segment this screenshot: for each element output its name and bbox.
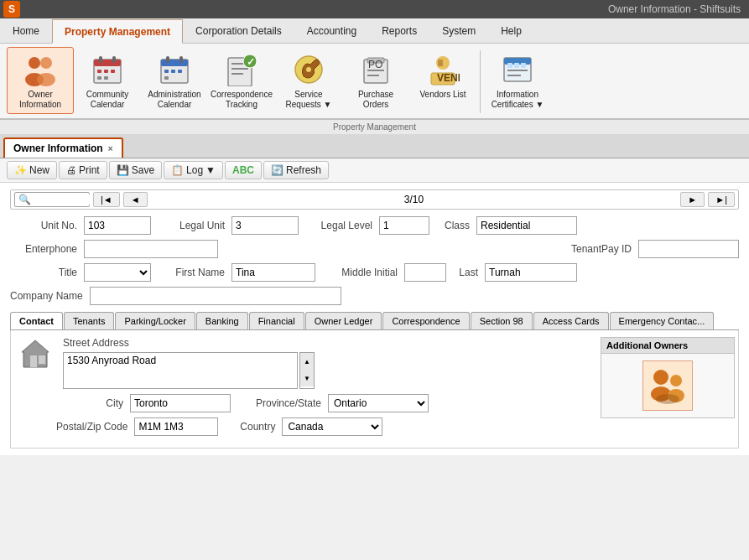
middle-initial-label: Middle Initial — [322, 267, 398, 278]
menu-system[interactable]: System — [429, 18, 488, 43]
company-name-label: Company Name — [10, 290, 83, 302]
spellcheck-button[interactable]: ABC — [225, 161, 262, 179]
street-address-input-row: 1530 Anyroad Road ▲ ▼ — [63, 352, 315, 389]
ribbon: OwnerInformation CommunityCalendar — [0, 44, 749, 119]
new-icon: ✨ — [14, 164, 27, 176]
spellcheck-icon: ABC — [232, 164, 254, 176]
ribbon-section-label: Property Management — [0, 119, 749, 134]
ribbon-service-requests[interactable]: ServiceRequests ▼ — [275, 47, 342, 114]
nav-last-button[interactable]: ►| — [708, 192, 735, 207]
menu-help[interactable]: Help — [488, 18, 534, 43]
svg-rect-44 — [507, 75, 521, 76]
tab-close-button[interactable]: × — [108, 144, 113, 153]
save-icon: 💾 — [117, 164, 129, 176]
sub-tab-contact[interactable]: Contact — [10, 312, 63, 330]
class-label: Class — [436, 220, 470, 231]
sub-tab-banking[interactable]: Banking — [196, 312, 248, 329]
ribbon-community-calendar[interactable]: CommunityCalendar — [74, 47, 141, 114]
postal-input[interactable] — [134, 417, 218, 436]
menu-home[interactable]: Home — [0, 18, 52, 43]
svg-rect-33 — [367, 75, 379, 76]
svg-rect-32 — [367, 70, 384, 71]
ribbon-correspondence-tracking[interactable]: ✓ CorrespondenceTracking — [208, 47, 275, 114]
sub-tab-emergency-contact[interactable]: Emergency Contac... — [610, 312, 715, 329]
nav-next-button[interactable]: ► — [680, 192, 705, 207]
unit-no-input[interactable] — [84, 216, 151, 235]
province-select[interactable]: Ontario British Columbia Alberta Quebec — [328, 394, 429, 412]
sub-tab-access-cards[interactable]: Access Cards — [533, 312, 609, 329]
title-label: Title — [10, 267, 77, 278]
ribbon-information-certificates[interactable]: InformationCertificates ▼ — [484, 47, 551, 114]
owner-avatar[interactable] — [642, 360, 693, 411]
toolbar: ✨ New 🖨 Print 💾 Save 📋 Log ▼ ABC 🔄 Refre… — [0, 158, 749, 183]
city-input[interactable] — [130, 394, 231, 412]
scroll-up-button[interactable]: ▲ — [300, 353, 314, 370]
ribbon-purchase-orders[interactable]: PO PurchaseOrders — [342, 47, 409, 114]
sub-tab-section-98[interactable]: Section 98 — [471, 312, 533, 329]
menu-corporation-details[interactable]: Corporation Details — [183, 18, 294, 43]
menu-reports[interactable]: Reports — [369, 18, 429, 43]
ribbon-owner-information[interactable]: OwnerInformation — [7, 47, 74, 114]
log-dropdown-icon: ▼ — [205, 164, 216, 176]
svg-rect-24 — [231, 73, 243, 75]
svg-point-48 — [653, 370, 668, 385]
service-requests-label: ServiceRequests ▼ — [286, 90, 332, 110]
save-button[interactable]: 💾 Save — [109, 161, 162, 179]
menu-accounting[interactable]: Accounting — [294, 18, 369, 43]
form-row-company: Company Name — [10, 287, 739, 305]
legal-level-label: Legal Level — [305, 220, 372, 231]
ribbon-vendors-list[interactable]: VENDOR Vendors List — [409, 47, 476, 104]
svg-rect-41 — [514, 63, 519, 68]
log-button[interactable]: 📋 Log ▼ — [164, 161, 223, 179]
nav-prev-button[interactable]: ◄ — [123, 192, 148, 207]
tab-label: Owner Information — [13, 143, 103, 154]
svg-rect-7 — [112, 56, 116, 63]
scroll-down-button[interactable]: ▼ — [300, 370, 314, 386]
tenantpay-input[interactable] — [638, 240, 739, 258]
last-input[interactable] — [485, 263, 577, 282]
new-button[interactable]: ✨ New — [7, 161, 57, 179]
contact-left-panel: Street Address 1530 Anyroad Road ▲ ▼ Cit… — [14, 337, 590, 441]
menu-property-management[interactable]: Property Management — [52, 19, 183, 44]
enterphone-input[interactable] — [84, 240, 218, 258]
svg-point-52 — [656, 394, 679, 404]
search-input[interactable] — [31, 194, 90, 205]
ribbon-admin-calendar[interactable]: AdministrationCalendar — [141, 47, 208, 114]
title-bar-text: Owner Information - Shiftsuits — [608, 3, 741, 15]
sub-tab-tenants[interactable]: Tenants — [64, 312, 115, 329]
additional-owners-content — [601, 354, 734, 417]
tab-owner-information[interactable]: Owner Information × — [3, 137, 123, 158]
company-name-input[interactable] — [90, 287, 341, 305]
country-select[interactable]: Canada USA Other — [282, 417, 382, 436]
sub-tab-correspondence[interactable]: Correspondence — [382, 312, 469, 329]
nav-first-button[interactable]: |◄ — [93, 192, 120, 207]
svg-rect-5 — [94, 60, 121, 66]
last-label: Last — [453, 267, 478, 278]
sub-tab-owner-ledger[interactable]: Owner Ledger — [305, 312, 382, 329]
app-logo: S — [3, 1, 20, 18]
refresh-button[interactable]: 🔄 Refresh — [263, 161, 329, 179]
first-name-input[interactable] — [231, 263, 315, 282]
middle-initial-input[interactable] — [404, 263, 446, 282]
legal-unit-input[interactable] — [231, 216, 299, 235]
print-button[interactable]: 🖨 Print — [59, 161, 107, 179]
nav-record-info: 3/10 — [151, 194, 678, 205]
form-row-enterphone: Enterphone TenantPay ID — [10, 240, 739, 258]
city-label: City — [56, 397, 123, 409]
svg-rect-42 — [521, 63, 526, 68]
search-container: 🔍 — [14, 192, 90, 207]
class-input[interactable] — [476, 216, 577, 235]
svg-rect-43 — [507, 70, 528, 71]
house-icon-area — [14, 337, 56, 376]
legal-level-input[interactable] — [379, 216, 429, 235]
form-row-postal: Postal/Zip Code Country Canada USA Other — [56, 417, 590, 436]
owner-information-icon — [22, 51, 59, 88]
sub-tab-financial[interactable]: Financial — [249, 312, 304, 329]
title-select[interactable]: Mr. Mrs. Ms. Dr. — [84, 263, 151, 282]
street-address-input[interactable]: 1530 Anyroad Road — [63, 352, 298, 389]
sub-tab-parking-locker[interactable]: Parking/Locker — [115, 312, 195, 329]
purchase-orders-label: PurchaseOrders — [358, 90, 393, 110]
svg-rect-40 — [507, 63, 512, 68]
admin-calendar-label: AdministrationCalendar — [148, 90, 200, 110]
vendors-list-label: Vendors List — [419, 90, 466, 100]
